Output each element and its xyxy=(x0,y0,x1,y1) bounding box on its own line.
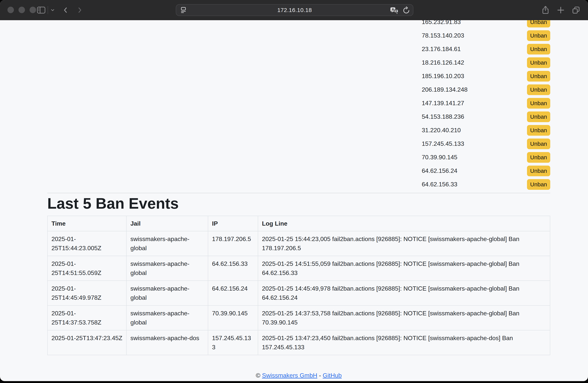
address-bar[interactable]: 172.16.10.18 A 文 xyxy=(176,4,413,16)
column-header-time: Time xyxy=(47,216,126,231)
show-tabs-button[interactable] xyxy=(571,0,581,20)
browser-toolbar: 172.16.10.18 A 文 xyxy=(0,0,588,20)
chevron-left-icon xyxy=(62,6,69,15)
footer-separator: - xyxy=(319,372,321,379)
sidebar-toggle-button[interactable] xyxy=(36,0,46,20)
chevron-right-icon xyxy=(76,6,84,15)
event-log: 2025-01-25 14:45:49,978 fail2ban.actions… xyxy=(258,281,550,305)
reload-icon[interactable] xyxy=(402,6,410,16)
copyright-symbol: © xyxy=(256,372,260,379)
banned-ip: 54.153.188.236 xyxy=(422,113,464,120)
banned-ip-row: 54.153.188.236 Unban xyxy=(422,110,550,123)
traffic-lights xyxy=(7,7,36,13)
unban-button[interactable]: Unban xyxy=(527,98,550,109)
back-button[interactable] xyxy=(61,0,71,20)
banned-ip: 64.62.156.24 xyxy=(422,167,457,174)
event-time: 2025-01-25T14:51:55.059Z xyxy=(47,256,126,281)
event-ip: 70.39.90.145 xyxy=(208,305,258,330)
banned-ip-row: 23.176.184.61 Unban xyxy=(422,42,550,56)
unban-button[interactable]: Unban xyxy=(527,44,550,55)
ban-events-title: Last 5 Ban Events xyxy=(47,194,179,213)
svg-text:A: A xyxy=(392,7,394,11)
forward-button[interactable] xyxy=(75,0,85,20)
minimize-window-button[interactable] xyxy=(19,7,25,13)
plus-icon xyxy=(556,6,565,15)
event-jail: swissmakers-apache-dos xyxy=(126,330,208,355)
banned-ip: 185.196.10.203 xyxy=(422,73,464,80)
banned-ip: 31.220.40.210 xyxy=(422,127,461,134)
banned-ip: 206.189.134.248 xyxy=(422,86,467,93)
event-log: 2025-01-25 14:37:53,758 fail2ban.actions… xyxy=(258,305,550,330)
event-time: 2025-01-25T14:37:53.758Z xyxy=(47,305,126,330)
close-window-button[interactable] xyxy=(7,7,14,13)
swissmakers-link[interactable]: Swissmakers GmbH xyxy=(262,372,317,379)
event-log: 2025-01-25 15:44:23,005 fail2ban.actions… xyxy=(258,231,550,256)
chevron-down-icon xyxy=(50,8,55,13)
new-tab-button[interactable] xyxy=(556,0,566,20)
banned-ip-row: 147.139.141.27 Unban xyxy=(422,96,550,110)
table-row: 2025-01-25T14:45:49.978Z swissmakers-apa… xyxy=(47,281,550,305)
banned-ip-row: 64.62.156.24 Unban xyxy=(422,164,550,178)
event-jail: swissmakers-apache-global xyxy=(126,281,208,305)
unban-button[interactable]: Unban xyxy=(527,57,550,68)
event-ip: 157.245.45.133 xyxy=(208,330,258,355)
unban-button[interactable]: Unban xyxy=(527,30,550,41)
event-log: 2025-01-25 14:51:55,059 fail2ban.actions… xyxy=(258,256,550,281)
unban-button[interactable]: Unban xyxy=(527,139,550,149)
banned-ip-row: 157.245.45.133 Unban xyxy=(422,137,550,151)
sidebar-icon xyxy=(37,6,45,14)
page-footer: © Swissmakers GmbH - GitHub xyxy=(47,371,550,380)
ban-events-table: Time Jail IP Log Line 2025-01-25T15:44:2… xyxy=(47,216,550,355)
unban-button[interactable]: Unban xyxy=(527,179,550,190)
table-row: 2025-01-25T14:51:55.059Z swissmakers-apa… xyxy=(47,256,550,281)
event-time: 2025-01-25T13:47:23.45Z xyxy=(47,330,126,355)
unban-button[interactable]: Unban xyxy=(527,166,550,176)
event-jail: swissmakers-apache-global xyxy=(126,256,208,281)
sidebar-menu-button[interactable] xyxy=(49,0,56,20)
banned-ip: 78.153.140.203 xyxy=(422,32,464,39)
share-button[interactable] xyxy=(541,0,550,20)
column-header-log: Log Line xyxy=(258,216,550,231)
translate-icon[interactable]: A 文 xyxy=(390,6,399,16)
table-header-row: Time Jail IP Log Line xyxy=(47,216,550,231)
banned-ip-row: 185.196.10.203 Unban xyxy=(422,69,550,83)
unban-button[interactable]: Unban xyxy=(527,125,550,136)
banned-ip-list: 165.232.91.83 Unban 78.153.140.203 Unban… xyxy=(422,15,550,191)
banned-ip-row: 18.216.126.142 Unban xyxy=(422,56,550,69)
event-time: 2025-01-25T15:44:23.005Z xyxy=(47,231,126,256)
github-link[interactable]: GitHub xyxy=(323,372,342,379)
page-content: 165.232.91.83 Unban 78.153.140.203 Unban… xyxy=(0,0,588,381)
banned-ip: 18.216.126.142 xyxy=(422,59,464,66)
event-jail: swissmakers-apache-global xyxy=(126,231,208,256)
banned-ip-row: 64.62.156.33 Unban xyxy=(422,178,550,191)
unban-button[interactable]: Unban xyxy=(527,71,550,81)
banned-ip-row: 70.39.90.145 Unban xyxy=(422,151,550,164)
unban-button[interactable]: Unban xyxy=(527,84,550,95)
tab-overview-icon xyxy=(572,6,580,15)
banned-ip: 70.39.90.145 xyxy=(422,154,457,161)
banned-ip: 157.245.45.133 xyxy=(422,140,464,147)
table-row: 2025-01-25T15:44:23.005Z swissmakers-apa… xyxy=(47,231,550,256)
banned-ip-row: 206.189.134.248 Unban xyxy=(422,83,550,96)
svg-text:文: 文 xyxy=(395,9,398,13)
zoom-window-button[interactable] xyxy=(30,7,36,13)
url-text: 172.16.10.18 xyxy=(176,5,413,16)
event-time: 2025-01-25T14:45:49.978Z xyxy=(47,281,126,305)
column-header-jail: Jail xyxy=(126,216,208,231)
banned-ip-row: 31.220.40.210 Unban xyxy=(422,123,550,137)
event-ip: 178.197.206.5 xyxy=(208,231,258,256)
table-row: 2025-01-25T14:37:53.758Z swissmakers-apa… xyxy=(47,305,550,330)
unban-button[interactable]: Unban xyxy=(527,152,550,163)
event-ip: 64.62.156.24 xyxy=(208,281,258,305)
banned-ip: 23.176.184.61 xyxy=(422,45,461,53)
event-log: 2025-01-25 13:47:23,450 fail2ban.actions… xyxy=(258,330,550,355)
unban-button[interactable]: Unban xyxy=(527,111,550,122)
event-jail: swissmakers-apache-global xyxy=(126,305,208,330)
toolbar-separator xyxy=(48,6,48,14)
banned-ip-row: 78.153.140.203 Unban xyxy=(422,29,550,42)
banned-ip: 147.139.141.27 xyxy=(422,100,464,107)
share-icon xyxy=(541,5,550,15)
column-header-ip: IP xyxy=(208,216,258,231)
browser-window: 165.232.91.83 Unban 78.153.140.203 Unban… xyxy=(0,0,588,381)
table-row: 2025-01-25T13:47:23.45Z swissmakers-apac… xyxy=(47,330,550,355)
